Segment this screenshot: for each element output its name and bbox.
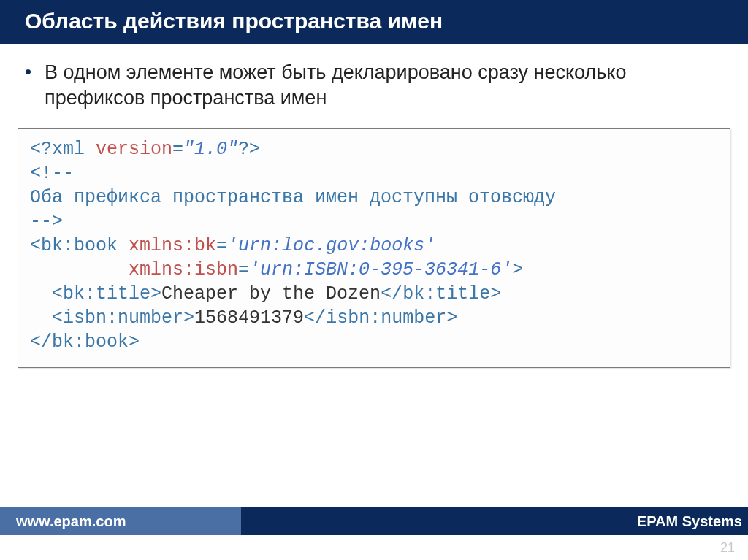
- slide: Область действия пространства имен • В о…: [0, 0, 748, 560]
- footer-spacer: [0, 535, 748, 560]
- title-bar: Область действия пространства имен: [0, 0, 748, 44]
- bullet-item: • В одном элементе может быть деклариров…: [25, 60, 723, 110]
- bullet-dot-icon: •: [25, 60, 31, 85]
- code-block: <?xml version="1.0"?> <!-- Оба префикса …: [18, 128, 730, 368]
- footer-bar: www.epam.com EPAM Systems: [0, 507, 748, 535]
- footer-url: www.epam.com: [16, 513, 126, 530]
- page-number: 21: [720, 540, 735, 556]
- slide-title: Область действия пространства имен: [25, 9, 723, 34]
- code-line: <!--: [30, 163, 74, 184]
- footer-left: www.epam.com: [0, 507, 241, 535]
- content-area: • В одном элементе может быть деклариров…: [0, 44, 748, 507]
- bullet-text: В одном элементе может быть декларирован…: [45, 60, 723, 110]
- footer-brand: EPAM Systems: [637, 513, 742, 530]
- footer-right: EPAM Systems: [241, 507, 748, 535]
- code-line: <?: [30, 139, 52, 160]
- code-comment: Оба префикса пространства имен доступны …: [30, 187, 556, 208]
- code-line: -->: [30, 211, 63, 232]
